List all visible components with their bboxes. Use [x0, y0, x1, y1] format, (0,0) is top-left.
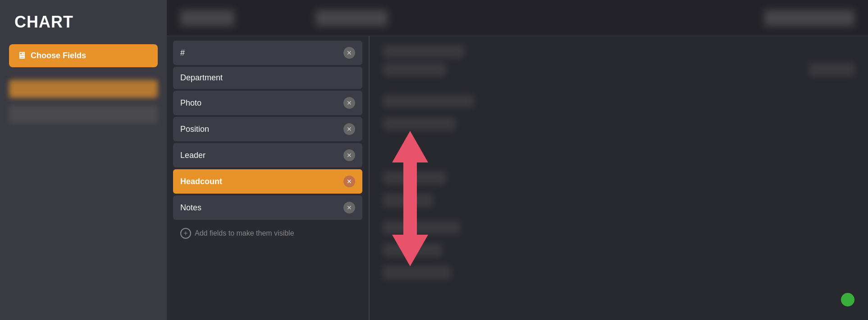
field-row-leader[interactable]: Leader ✕ [173, 143, 362, 167]
main-area: # ✕ Department Photo ✕ Position ✕ Leader… [167, 0, 868, 320]
top-bar [167, 0, 868, 36]
rp-blur-3 [809, 63, 854, 76]
field-row-hash[interactable]: # ✕ [173, 41, 362, 65]
field-label-leader: Leader [180, 151, 206, 160]
rp-blur-7 [383, 194, 433, 207]
remove-hash-button[interactable]: ✕ [343, 47, 355, 59]
topbar-blurred-3 [764, 10, 854, 26]
sidebar-blurred-item-2 [9, 105, 158, 123]
rp-blur-1 [383, 45, 464, 58]
choose-fields-label: Choose Fields [31, 51, 86, 60]
remove-position-button[interactable]: ✕ [343, 123, 355, 135]
field-label-notes: Notes [180, 203, 201, 213]
field-label-photo: Photo [180, 98, 201, 108]
rp-blur-5 [383, 117, 455, 130]
rp-blur-6 [383, 172, 446, 184]
field-row-photo[interactable]: Photo ✕ [173, 91, 362, 115]
add-fields-label: Add fields to make them visible [195, 229, 294, 237]
topbar-blurred-2 [315, 10, 388, 26]
app-title: CHART [0, 0, 167, 44]
remove-notes-button[interactable]: ✕ [343, 202, 355, 213]
add-fields-row[interactable]: + Add fields to make them visible [173, 222, 362, 245]
choose-fields-button[interactable]: 🖥 Choose Fields [9, 44, 158, 67]
plus-circle-icon: + [180, 228, 191, 239]
fields-panel: # ✕ Department Photo ✕ Position ✕ Leader… [167, 36, 370, 320]
rp-blur-2 [383, 63, 446, 76]
rp-blur-10 [383, 266, 451, 279]
sidebar: CHART 🖥 Choose Fields [0, 0, 167, 320]
monitor-icon: 🖥 [17, 51, 26, 61]
field-label-hash: # [180, 48, 185, 58]
rp-blur-4 [383, 95, 473, 107]
sidebar-blurred-item-1 [9, 80, 158, 98]
field-row-notes[interactable]: Notes ✕ [173, 195, 362, 220]
field-label-department: Department [180, 73, 223, 83]
green-dot-indicator [841, 293, 854, 306]
rp-blur-9 [383, 244, 442, 256]
content-area: # ✕ Department Photo ✕ Position ✕ Leader… [167, 36, 868, 320]
topbar-blurred-1 [180, 10, 234, 26]
remove-leader-button[interactable]: ✕ [343, 149, 355, 161]
field-row-headcount[interactable]: Headcount ✕ [173, 169, 362, 194]
field-label-position: Position [180, 125, 209, 134]
field-label-headcount: Headcount [180, 177, 222, 186]
right-panel [370, 36, 868, 320]
rp-blur-8 [383, 221, 460, 234]
remove-photo-button[interactable]: ✕ [343, 97, 355, 109]
field-row-department[interactable]: Department [173, 67, 362, 89]
remove-headcount-button[interactable]: ✕ [343, 176, 355, 187]
field-row-position[interactable]: Position ✕ [173, 117, 362, 141]
